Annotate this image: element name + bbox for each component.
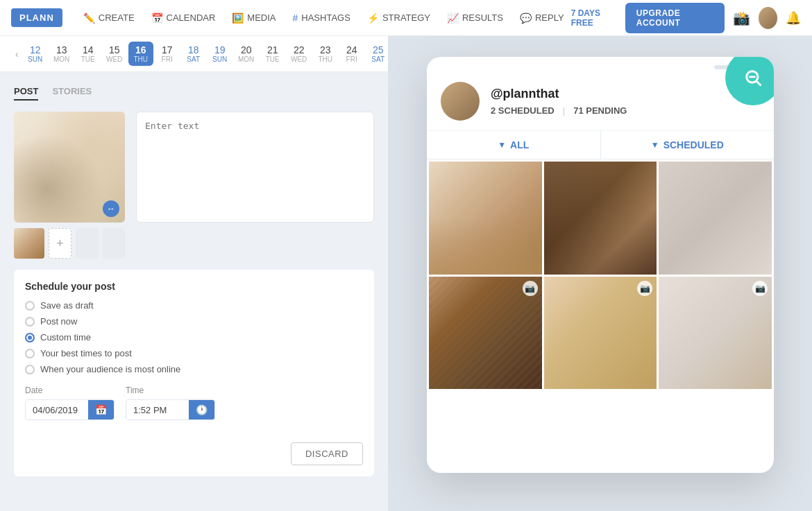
filter-scheduled-icon: ▼: [651, 140, 659, 150]
radio-draft[interactable]: Save as draft: [25, 300, 363, 311]
nav-right: 7 DAYS FREE UPGRADE ACCOUNT 📸 🔔: [571, 3, 801, 33]
nav-calendar[interactable]: 📅 CALENDAR: [144, 8, 223, 28]
filter-tabs: ▼ ALL ▼ SCHEDULED: [427, 131, 774, 159]
tab-post[interactable]: POST: [14, 86, 38, 101]
filter-all-icon: ▼: [498, 140, 506, 150]
schedule-section: Schedule your post Save as draftPost now…: [14, 270, 374, 476]
cal-day-21[interactable]: 21Tue: [260, 42, 285, 66]
create-icon: ✏️: [83, 12, 95, 24]
nav-create[interactable]: ✏️ CREATE: [76, 8, 142, 28]
grid-item-6[interactable]: 📷: [659, 277, 772, 390]
thumbnail-empty-2: [103, 228, 126, 259]
radio-group: Save as draftPost nowCustom timeYour bes…: [25, 300, 363, 374]
nav-results-label: RESULTS: [462, 12, 503, 23]
grid-item-1[interactable]: [429, 162, 542, 275]
post-editor: POST STORIES ↔ +: [0, 72, 388, 511]
profile-username: @plannthat: [491, 87, 760, 101]
cal-day-14[interactable]: 14Tue: [76, 42, 101, 66]
instagram-badge-5: 📷: [637, 281, 652, 296]
nav-items: ✏️ CREATE 📅 CALENDAR 🖼️ MEDIA # HASHTAGS…: [76, 8, 571, 28]
phone-top-bar: [427, 57, 774, 75]
cal-day-23[interactable]: 23Thu: [313, 42, 338, 66]
date-label: Date: [25, 386, 115, 395]
date-time-row: Date 📅 Time 🕐: [25, 386, 363, 420]
date-picker-button[interactable]: 📅: [88, 400, 114, 419]
date-input-wrapper: 📅: [25, 399, 115, 420]
right-panel: @plannthat 2 SCHEDULED | 71 PENDING: [389, 36, 812, 511]
scheduled-count: 2: [491, 105, 496, 116]
upgrade-button[interactable]: UPGRADE ACCOUNT: [625, 3, 725, 33]
cal-day-18[interactable]: 18Sat: [181, 42, 206, 66]
pending-count: 71: [573, 105, 583, 116]
left-panel: ‹ 12Sun13Mon14Tue15Wed16Thu17Fri18Sat19S…: [0, 36, 389, 511]
thumbnail-1[interactable]: [14, 228, 44, 259]
notifications-icon[interactable]: 🔔: [786, 10, 801, 26]
cal-day-25[interactable]: 25Sat: [366, 42, 388, 66]
post-tabs: POST STORIES: [14, 86, 374, 101]
nav-results[interactable]: 📈 RESULTS: [440, 8, 510, 28]
svg-line-1: [756, 81, 760, 85]
filter-all-label: ALL: [510, 139, 529, 150]
scheduled-label: SCHEDULED: [498, 105, 555, 116]
hashtag-icon: #: [293, 12, 298, 24]
radio-audience[interactable]: When your audience is most online: [25, 364, 363, 374]
time-picker-button[interactable]: 🕐: [189, 400, 214, 419]
cal-day-17[interactable]: 17Fri: [155, 42, 180, 66]
cal-day-13[interactable]: 13Mon: [49, 42, 74, 66]
profile-section: @plannthat 2 SCHEDULED | 71 PENDING: [427, 75, 774, 131]
caption-input[interactable]: [136, 112, 374, 223]
grid-item-3[interactable]: [659, 162, 772, 275]
profile-avatar: [441, 82, 480, 121]
date-field: Date 📅: [25, 386, 115, 420]
filter-tab-all[interactable]: ▼ ALL: [427, 131, 601, 159]
calendar-icon: 📅: [151, 12, 163, 24]
grid-item-4[interactable]: 📷: [429, 277, 542, 390]
nav-hashtags[interactable]: # HASHTAGS: [286, 8, 357, 28]
plann-logo: PLANN: [11, 8, 62, 27]
photo-grid: 📷 📷 📷: [427, 159, 774, 391]
phone-mockup: @plannthat 2 SCHEDULED | 71 PENDING: [427, 57, 774, 473]
caption-area: [136, 112, 374, 259]
time-input-wrapper: 🕐: [126, 399, 215, 420]
cal-day-15[interactable]: 15Wed: [102, 42, 127, 66]
cal-day-24[interactable]: 24Fri: [339, 42, 364, 66]
cal-day-12[interactable]: 12Sun: [23, 42, 48, 66]
instagram-icon[interactable]: 📸: [733, 10, 750, 26]
cal-day-19[interactable]: 19Sun: [208, 42, 232, 66]
nav-reply[interactable]: 💬 REPLY: [513, 8, 571, 28]
trial-suffix: FREE: [571, 18, 593, 28]
grid-item-2[interactable]: [544, 162, 657, 275]
main-post-image[interactable]: ↔: [14, 112, 125, 223]
nav-hashtags-label: HASHTAGS: [301, 12, 350, 23]
post-content: ↔ +: [14, 112, 374, 259]
discard-button[interactable]: DISCARD: [291, 442, 363, 465]
cal-day-16[interactable]: 16Thu: [128, 42, 153, 66]
time-label: Time: [126, 386, 215, 395]
stat-divider: |: [563, 105, 565, 116]
date-input[interactable]: [26, 401, 88, 419]
radio-circle-best: [25, 349, 35, 358]
radio-best[interactable]: Your best times to post: [25, 348, 363, 358]
grid-item-5[interactable]: 📷: [544, 277, 657, 390]
radio-custom[interactable]: Custom time: [25, 332, 363, 343]
profile-info: @plannthat 2 SCHEDULED | 71 PENDING: [491, 87, 760, 116]
radio-now[interactable]: Post now: [25, 316, 363, 327]
time-input[interactable]: [126, 401, 189, 419]
calendar-strip: ‹ 12Sun13Mon14Tue15Wed16Thu17Fri18Sat19S…: [0, 36, 388, 72]
media-icon: 🖼️: [232, 12, 244, 24]
radio-circle-draft: [25, 301, 35, 311]
nav-media[interactable]: 🖼️ MEDIA: [225, 8, 282, 28]
strategy-icon: ⚡: [367, 12, 379, 24]
calendar-prev-arrow[interactable]: ‹: [11, 46, 23, 62]
avatar[interactable]: [759, 7, 777, 29]
tab-stories[interactable]: STORIES: [52, 86, 92, 101]
nav-strategy[interactable]: ⚡ STRATEGY: [360, 8, 437, 28]
add-image-button[interactable]: +: [49, 228, 71, 259]
scheduled-stat: 2 SCHEDULED: [491, 105, 555, 116]
cal-day-20[interactable]: 20Mon: [234, 42, 259, 66]
filter-scheduled-label: SCHEDULED: [663, 139, 724, 150]
image-edit-icon[interactable]: ↔: [103, 200, 119, 217]
filter-tab-scheduled[interactable]: ▼ SCHEDULED: [601, 131, 775, 159]
nav-media-label: MEDIA: [247, 12, 276, 23]
cal-day-22[interactable]: 22Wed: [287, 42, 312, 66]
